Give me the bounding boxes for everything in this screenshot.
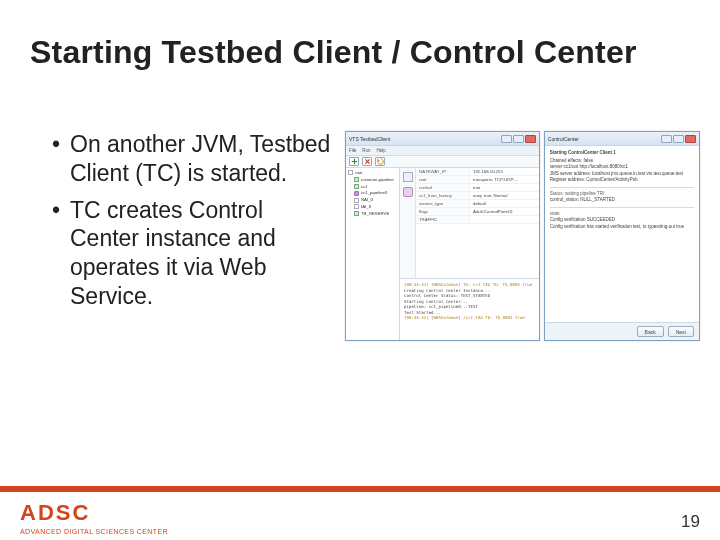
- toolbar: [346, 156, 539, 168]
- add-button[interactable]: [349, 157, 359, 166]
- minimize-icon[interactable]: [501, 135, 512, 143]
- close-icon[interactable]: [685, 135, 696, 143]
- cc-body: Starting ControlCenter Client 1 Chained …: [545, 146, 699, 322]
- window-controls: [501, 135, 536, 143]
- plus-icon: [351, 158, 358, 165]
- vertical-toolbar: [400, 168, 416, 278]
- table-row: GATEWAY_IP192.168.10.255: [416, 168, 539, 176]
- cc-message: Config verification has started verifica…: [550, 224, 694, 231]
- tool-icon[interactable]: [403, 187, 413, 197]
- table-row: flagsAdult;ControlPanel;0: [416, 208, 539, 216]
- window-title: VTS TestbedClient: [349, 136, 390, 142]
- maximize-icon[interactable]: [673, 135, 684, 143]
- tree-item[interactable]: IAI_0: [354, 204, 397, 210]
- table-row: controltrue: [416, 184, 539, 192]
- brand: ADSC ADVANCED DIGITAL SCIENCES CENTER: [20, 500, 168, 535]
- refresh-button[interactable]: [375, 157, 385, 166]
- table-row: service_typedefault: [416, 200, 539, 208]
- tree-item[interactable]: TB_RESERVE: [354, 211, 397, 217]
- tree-item[interactable]: cc1_pipeline0: [354, 190, 397, 196]
- table-row: roottransports: TCP;UDP;...: [416, 176, 539, 184]
- tree-panel: root common-pipeline cc1 cc1_pipeline0 N…: [346, 168, 400, 340]
- tree-item[interactable]: cc1: [354, 184, 397, 190]
- tree-root[interactable]: root: [348, 170, 397, 176]
- node-icon: [354, 198, 359, 203]
- window-title: ControlCenter: [548, 136, 579, 142]
- menu-item-file[interactable]: File: [349, 148, 356, 153]
- prop-val: 192.168.10.255: [470, 168, 539, 175]
- node-icon: [354, 204, 359, 209]
- node-icon: [354, 184, 359, 189]
- tree-item[interactable]: common-pipeline: [354, 177, 397, 183]
- console-panel: [00:34:31] [WBShutdown] TD: cc1 TAG TD: …: [400, 278, 539, 340]
- window-controls: [661, 135, 696, 143]
- pipeline-icon: [354, 191, 359, 196]
- titlebar: ControlCenter: [545, 132, 699, 146]
- cc-header: Starting ControlCenter Client 1: [550, 150, 694, 157]
- separator: [550, 207, 694, 208]
- separator: [550, 187, 694, 188]
- back-button[interactable]: Back: [637, 326, 664, 337]
- slide-title: Starting Testbed Client / Control Center: [30, 34, 637, 71]
- titlebar: VTS TestbedClient: [346, 132, 539, 146]
- next-button[interactable]: Next: [668, 326, 694, 337]
- minimize-icon[interactable]: [661, 135, 672, 143]
- maximize-icon[interactable]: [513, 135, 524, 143]
- cc-line: Register address: ControlCenter/Activity…: [550, 177, 694, 184]
- table-row: TRAFFIC: [416, 216, 539, 224]
- menu-item-run[interactable]: Run: [362, 148, 370, 153]
- slide-footer: ADSC ADVANCED DIGITAL SCIENCES CENTER 19: [0, 486, 720, 540]
- screenshot-group: VTS TestbedClient File Run Help: [345, 131, 700, 341]
- status-value: control_status: NULL_STARTED: [550, 197, 694, 204]
- console-line: [00:34:32] [WBShutdown] /cc1 TAG TD: TD_…: [404, 315, 535, 321]
- console-line: [00:34:31] [WBShutdown] TD: cc1 TAG TD: …: [404, 282, 535, 288]
- tree-item[interactable]: NAI_0: [354, 197, 397, 203]
- footer-rule: [0, 486, 720, 492]
- remove-button[interactable]: [362, 157, 372, 166]
- brand-acronym: ADSC: [20, 500, 168, 526]
- expand-icon[interactable]: [348, 170, 353, 175]
- table-row: cc1_from_factoryamq; true; Normal: [416, 192, 539, 200]
- testbed-client-window: VTS TestbedClient File Run Help: [345, 131, 540, 341]
- bullet-item: On another JVM, Testbed Client (TC) is s…: [52, 130, 332, 188]
- node-icon: [354, 211, 359, 216]
- bullet-item: TC creates Control Center instance and o…: [52, 196, 332, 311]
- menubar: File Run Help: [346, 146, 539, 156]
- page-number: 19: [681, 512, 700, 532]
- node-icon: [354, 177, 359, 182]
- brand-org: ADVANCED DIGITAL SCIENCES CENTER: [20, 528, 168, 535]
- bullet-list: On another JVM, Testbed Client (TC) is s…: [52, 130, 332, 319]
- prop-key: GATEWAY_IP: [416, 168, 470, 175]
- control-center-window: ControlCenter Starting ControlCenter Cli…: [544, 131, 700, 341]
- tool-icon[interactable]: [403, 172, 413, 182]
- close-icon[interactable]: [525, 135, 536, 143]
- menu-item-help[interactable]: Help: [377, 148, 386, 153]
- x-icon: [364, 158, 371, 165]
- properties-table: GATEWAY_IP192.168.10.255 roottransports:…: [416, 168, 539, 278]
- refresh-icon: [377, 158, 384, 165]
- cc-footer: Back Next: [545, 322, 699, 340]
